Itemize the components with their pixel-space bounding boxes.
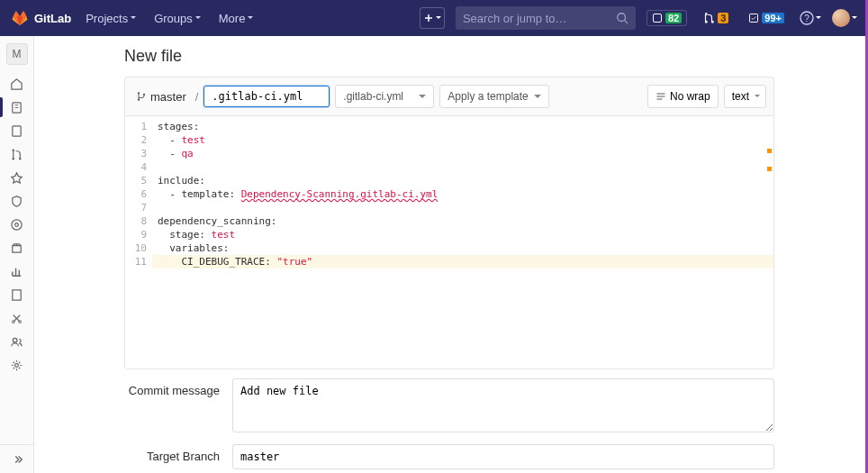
svg-point-0 — [618, 14, 626, 22]
svg-point-17 — [138, 92, 140, 94]
path-sep: / — [195, 90, 199, 104]
branch-indicator: master — [132, 90, 190, 104]
plus-icon — [423, 13, 434, 23]
wrap-icon — [656, 91, 666, 102]
target-branch-input[interactable] — [232, 444, 774, 469]
sidebar-home[interactable] — [0, 72, 34, 96]
svg-text:?: ? — [804, 14, 809, 23]
svg-point-15 — [13, 338, 17, 342]
chevron-down-icon — [852, 16, 857, 22]
svg-rect-1 — [653, 14, 661, 23]
search-input[interactable] — [463, 12, 616, 25]
chevron-down-icon — [436, 16, 441, 22]
page-title: New file — [124, 47, 774, 66]
svg-point-8 — [13, 157, 14, 159]
svg-point-19 — [143, 94, 145, 96]
apply-template-dropdown[interactable]: Apply a template — [439, 85, 548, 108]
line-gutter: 1234567891011 — [125, 116, 152, 368]
chevron-down-icon — [816, 16, 821, 22]
sidebar-cicd[interactable] — [0, 166, 34, 189]
branch-name: master — [150, 90, 186, 104]
gitlab-logo[interactable]: GitLab — [11, 9, 71, 27]
filename-input[interactable] — [203, 86, 330, 107]
svg-rect-6 — [13, 125, 21, 135]
nav-help[interactable]: ? — [800, 11, 821, 25]
svg-point-9 — [19, 157, 21, 159]
nav-issues-badge[interactable]: 82 — [646, 10, 687, 26]
sidebar-wiki[interactable] — [0, 283, 34, 306]
svg-point-7 — [13, 149, 14, 150]
sidebar-collapse-toggle[interactable] — [0, 444, 34, 473]
tanuki-icon — [11, 9, 29, 27]
commit-message-input[interactable] — [232, 378, 774, 432]
svg-point-10 — [12, 219, 22, 229]
chevron-down-icon — [248, 16, 253, 22]
template-type-dropdown[interactable]: .gitlab-ci.yml — [335, 85, 434, 108]
sidebar-issues[interactable] — [0, 119, 34, 142]
sidebar-packages[interactable] — [0, 236, 34, 259]
new-dropdown[interactable] — [420, 7, 445, 29]
target-branch-row: Target Branch — [124, 444, 774, 469]
commit-message-row: Commit message — [124, 378, 774, 435]
svg-point-11 — [15, 223, 19, 226]
wrap-toggle[interactable]: No wrap — [647, 85, 719, 108]
nav-todos-badge[interactable]: 99+ — [744, 11, 789, 25]
search-icon — [616, 12, 628, 24]
brand-text: GitLab — [34, 12, 71, 25]
svg-rect-12 — [13, 289, 21, 299]
project-sidebar: M — [0, 36, 34, 473]
code-area[interactable]: stages: - test - qainclude: - template: … — [152, 116, 773, 368]
main-content: New file master / .gitlab-ci.yml Apply a… — [34, 36, 864, 469]
nav-more[interactable]: More — [215, 12, 258, 25]
scroll-marker — [767, 167, 772, 171]
question-icon: ? — [800, 11, 814, 25]
nav-user-menu[interactable] — [832, 9, 857, 27]
avatar-icon — [832, 9, 850, 27]
nav-mr-badge[interactable]: 3 — [698, 10, 733, 26]
sidebar-members[interactable] — [0, 330, 34, 353]
global-search[interactable] — [456, 6, 636, 30]
code-editor[interactable]: 1234567891011 stages: - test - qainclude… — [124, 115, 774, 369]
nav-groups[interactable]: Groups — [150, 12, 204, 25]
target-branch-label: Target Branch — [124, 444, 232, 469]
chevron-down-icon — [195, 16, 201, 22]
language-dropdown[interactable]: text — [724, 85, 766, 108]
sidebar-merge-requests[interactable] — [0, 142, 34, 166]
chevron-down-icon — [131, 16, 136, 22]
sidebar-operations[interactable] — [0, 213, 34, 236]
merge-request-icon — [702, 12, 715, 24]
top-nav: GitLab Projects Groups More 82 3 99+ ? — [0, 0, 868, 36]
branch-icon — [136, 90, 147, 103]
commit-message-label: Commit message — [124, 378, 232, 435]
sidebar-settings[interactable] — [0, 353, 34, 377]
svg-point-16 — [15, 363, 19, 367]
sidebar-analytics[interactable] — [0, 259, 34, 283]
nav-projects[interactable]: Projects — [82, 12, 140, 25]
sidebar-repository[interactable] — [0, 96, 34, 119]
issue-icon — [652, 13, 663, 23]
scroll-marker — [767, 149, 772, 153]
sidebar-security[interactable] — [0, 189, 34, 213]
svg-point-13 — [12, 320, 14, 323]
todo-icon — [748, 13, 759, 23]
file-toolbar: master / .gitlab-ci.yml Apply a template… — [124, 77, 774, 115]
sidebar-snippets[interactable] — [0, 306, 34, 330]
svg-point-18 — [138, 99, 140, 101]
project-avatar[interactable]: M — [6, 43, 28, 65]
